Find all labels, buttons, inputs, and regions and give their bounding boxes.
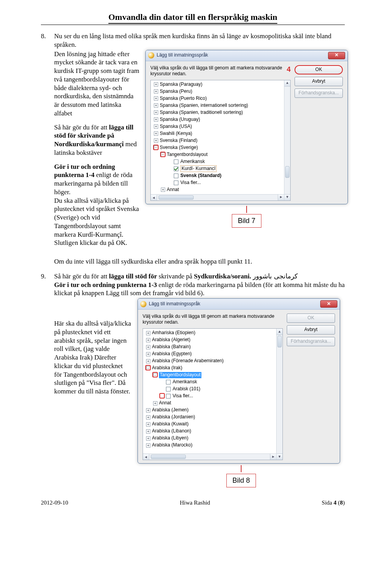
tree-row[interactable]: Arabiska (Irak)	[144, 365, 282, 372]
tree-row[interactable]: Arabisk (101)	[144, 386, 282, 393]
expand-icon[interactable]	[146, 422, 150, 427]
checkbox[interactable]	[174, 166, 178, 171]
close-button[interactable]: ✕	[320, 300, 337, 308]
s9-intro: Så här gör du för att lägga till stöd fö…	[54, 272, 345, 298]
tree-row[interactable]: Svenska (Sverige)	[152, 144, 290, 151]
tree-item-label: Arabiska (Bahrain)	[152, 344, 191, 350]
tree-row[interactable]: Spanska (USA)	[152, 123, 290, 130]
scroll-thumb[interactable]	[277, 336, 282, 347]
tree-item-label: Tangentbordslayout	[167, 152, 208, 158]
scroll-up-button[interactable]: ▲	[277, 329, 282, 335]
tree-row[interactable]: Kurdî- Kurmancî	[152, 165, 290, 172]
scroll-thumb[interactable]	[285, 166, 289, 178]
close-button[interactable]: ✕	[328, 52, 345, 59]
tree-row[interactable]: Spanska (Peru)	[152, 88, 290, 95]
tree-row[interactable]: Amerikansk	[144, 379, 282, 386]
preview-button[interactable]: Förhandsgranska...	[287, 337, 335, 346]
tree-row[interactable]: Arabiska (Kuwait)	[144, 421, 282, 428]
expand-icon[interactable]	[153, 401, 157, 406]
tree-row[interactable]: Tangentbordslayout	[144, 372, 282, 379]
tree-row[interactable]: Spanska (Paraguay)	[152, 81, 290, 88]
expand-icon[interactable]	[146, 429, 150, 434]
scroll-left-button[interactable]: ◄	[151, 195, 157, 201]
scroll-hthumb[interactable]	[159, 195, 194, 200]
tree-row[interactable]: Amhariska (Etiopien)	[144, 329, 282, 337]
red-highlight-box	[145, 365, 151, 370]
scroll-right-button[interactable]: ►	[278, 195, 284, 200]
scrollbar-horizontal[interactable]: ◄ ►	[151, 194, 284, 200]
tree-row[interactable]: Arabiska (Jordanien)	[144, 414, 282, 421]
checkbox[interactable]	[174, 159, 178, 164]
dialog-instruction: Välj vilka språk du vill lägga till geno…	[150, 65, 291, 77]
s8-after: Om du inte vill lägga till sydkurdiska e…	[54, 257, 348, 266]
expand-icon[interactable]	[146, 443, 150, 448]
cancel-button[interactable]: Avbryt	[295, 77, 343, 86]
s8-p3: Gör i tur och ordning punkterna 1-4 enli…	[54, 163, 140, 248]
ok-button[interactable]: OK	[287, 313, 335, 323]
tree-row[interactable]: Arabiska (Jemen)	[144, 407, 282, 414]
checkbox[interactable]	[174, 174, 178, 178]
expand-icon[interactable]	[146, 345, 150, 349]
tree-row[interactable]: Visa fler...	[152, 179, 290, 186]
tree-row[interactable]: Annat	[152, 186, 290, 193]
tree-row[interactable]: Arabiska (Algeriet)	[144, 337, 282, 344]
tree-row[interactable]: Tangentbordslayout	[152, 151, 290, 158]
expand-icon[interactable]	[154, 124, 158, 129]
expand-icon[interactable]	[146, 359, 150, 363]
tree-item-label: Spanska (Spanien, traditionell sortering…	[160, 110, 243, 115]
tree-row[interactable]: Arabiska (Bahrain)	[144, 344, 282, 351]
tree-row[interactable]: Svenska (Finland)	[152, 137, 290, 144]
expand-icon[interactable]	[161, 188, 165, 192]
expand-icon[interactable]	[154, 96, 158, 101]
preview-button[interactable]: Förhandsgranska...	[295, 89, 343, 98]
tree-row[interactable]: Spanska (Uruguay)	[152, 116, 290, 123]
scrollbar-horizontal[interactable]: ◄ ►	[143, 453, 276, 460]
tree-row[interactable]: Spanska (Spanien, traditionell sortering…	[152, 109, 290, 116]
scroll-down-button[interactable]: ▼	[277, 453, 282, 460]
expand-icon[interactable]	[154, 89, 158, 94]
tree-row[interactable]: Arabiska (Libyen)	[144, 435, 282, 442]
checkbox[interactable]	[166, 380, 171, 384]
tree-row[interactable]: Amerikansk	[152, 158, 290, 165]
language-tree[interactable]: Spanska (Paraguay)Spanska (Peru)Spanska …	[150, 80, 291, 201]
cancel-button[interactable]: Avbryt	[287, 325, 335, 335]
scrollbar-vertical[interactable]: ▲ ▼	[276, 329, 282, 460]
tree-row[interactable]: Annat	[144, 400, 282, 407]
checkbox[interactable]	[166, 387, 171, 391]
expand-icon[interactable]	[146, 352, 150, 356]
expand-icon[interactable]	[154, 117, 158, 122]
tree-row[interactable]: Arabiska (Egypten)	[144, 351, 282, 358]
expand-icon[interactable]	[146, 436, 150, 441]
footer-page: Sida 4 (8)	[322, 499, 345, 507]
tree-row[interactable]: Spanska (Puerto Rico)	[152, 95, 290, 102]
scroll-hthumb[interactable]	[151, 455, 186, 459]
tree-row[interactable]: Spanska (Spanien, internationell sorteri…	[152, 102, 290, 109]
tree-item-label: Spanska (Spanien, internationell sorteri…	[160, 103, 248, 108]
tree-row[interactable]: Arabiska (Libanon)	[144, 428, 282, 435]
expand-icon[interactable]	[154, 103, 158, 108]
expand-icon[interactable]	[154, 138, 158, 143]
ok-button[interactable]: OK	[295, 65, 343, 74]
scrollbar-vertical[interactable]: ▲ ▼	[284, 80, 290, 200]
tree-row[interactable]: Arabiska (Marocko)	[144, 442, 282, 449]
tree-row[interactable]: Arabiska (Förenade Arabemiraten)	[144, 358, 282, 365]
checkbox[interactable]	[166, 394, 171, 398]
list-number-9: 9.	[41, 272, 54, 487]
checkbox[interactable]	[174, 181, 178, 185]
title-underline	[41, 25, 345, 25]
expand-icon[interactable]	[146, 331, 150, 335]
tree-row[interactable]: Visa fler...	[144, 393, 282, 400]
expand-icon[interactable]	[154, 110, 158, 115]
expand-icon[interactable]	[146, 338, 150, 342]
expand-icon[interactable]	[154, 131, 158, 136]
tree-row[interactable]: Swahili (Kenya)	[152, 130, 290, 137]
scroll-right-button[interactable]: ►	[270, 454, 276, 460]
scroll-left-button[interactable]: ◄	[143, 454, 149, 460]
scroll-up-button[interactable]: ▲	[284, 80, 290, 87]
expand-icon[interactable]	[146, 408, 150, 413]
scroll-down-button[interactable]: ▼	[284, 194, 290, 200]
expand-icon[interactable]	[146, 415, 150, 420]
expand-icon[interactable]	[154, 82, 158, 87]
tree-row[interactable]: Svensk (Standard)	[152, 172, 290, 179]
language-tree[interactable]: Amhariska (Etiopien)Arabiska (Algeriet)A…	[143, 328, 283, 460]
